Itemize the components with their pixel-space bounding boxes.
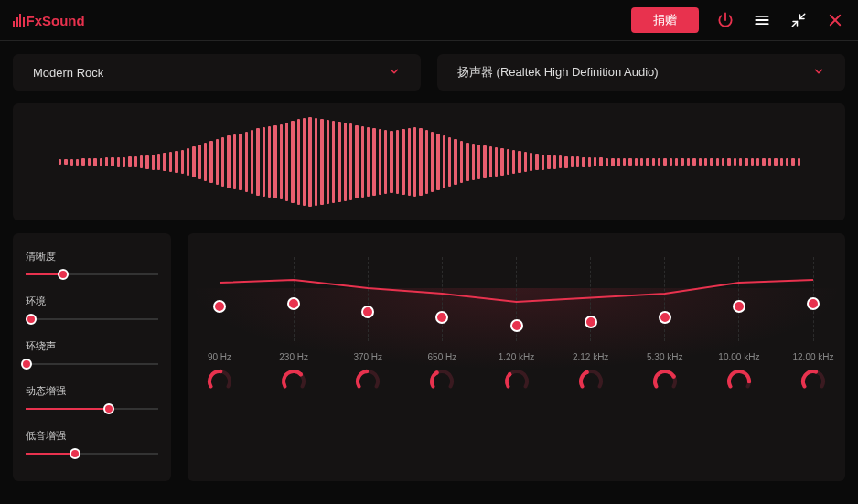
eq-band: 230 Hz: [287, 257, 300, 394]
slider-thumb[interactable]: [70, 448, 80, 459]
slider-thumb[interactable]: [26, 314, 37, 325]
eq-node[interactable]: [585, 316, 597, 328]
slider-group: 环绕声: [26, 339, 158, 370]
output-value: 扬声器 (Realtek High Definition Audio): [457, 64, 659, 80]
chevron-down-icon: [388, 65, 401, 80]
slider-label: 环境: [26, 295, 158, 308]
eq-knob[interactable]: [281, 369, 306, 394]
slider-label: 动态增强: [26, 384, 158, 398]
slider-group: 低音增强: [26, 429, 158, 460]
slider-thumb[interactable]: [103, 403, 114, 414]
eq-knob[interactable]: [355, 369, 381, 394]
preset-value: Modern Rock: [33, 66, 103, 80]
eq-freq-label: 90 Hz: [208, 352, 231, 362]
eq-grid: 90 Hz 230 Hz 370 Hz: [213, 257, 820, 394]
chevron-down-icon: [812, 65, 825, 80]
slider-track[interactable]: [26, 447, 158, 460]
svg-point-11: [671, 374, 675, 378]
eq-node[interactable]: [510, 319, 523, 332]
eq-freq-label: 650 Hz: [428, 352, 457, 362]
slider-track[interactable]: [26, 268, 158, 281]
eq-freq-label: 10.00 kHz: [718, 352, 759, 362]
eq-gridline: [738, 257, 739, 341]
eq-node[interactable]: [287, 297, 300, 310]
eq-freq-label: 12.00 kHz: [792, 352, 833, 362]
app-name: FxSound: [27, 13, 85, 28]
donate-button[interactable]: 捐赠: [631, 7, 699, 33]
eq-knob[interactable]: [726, 369, 752, 394]
slider-track[interactable]: [26, 358, 158, 370]
main-content: Modern Rock 扬声器 (Realtek High Definition…: [0, 41, 858, 494]
eq-band: 650 Hz: [435, 257, 448, 394]
eq-gridline: [664, 257, 665, 341]
output-dropdown[interactable]: 扬声器 (Realtek High Definition Audio): [437, 54, 845, 91]
preset-dropdown[interactable]: Modern Rock: [13, 54, 421, 91]
eq-knob[interactable]: [207, 369, 232, 394]
eq-knob[interactable]: [578, 369, 604, 394]
eq-node[interactable]: [435, 311, 448, 324]
logo-bars-icon: [13, 14, 25, 27]
menu-icon[interactable]: [752, 10, 772, 30]
svg-point-8: [435, 370, 439, 374]
titlebar: FxSound 捐赠: [0, 0, 858, 41]
svg-point-9: [508, 372, 511, 376]
equalizer-panel: 90 Hz 230 Hz 370 Hz: [188, 233, 845, 481]
eq-band: 2.12 kHz: [585, 257, 597, 394]
eq-knob[interactable]: [504, 369, 530, 394]
slider-label: 环绕声: [26, 339, 158, 353]
slider-label: 清晰度: [26, 250, 158, 263]
eq-gridline: [368, 257, 369, 341]
slider-thumb[interactable]: [58, 269, 69, 280]
waveform-panel: [13, 103, 845, 220]
eq-knob[interactable]: [800, 369, 826, 394]
eq-freq-label: 370 Hz: [353, 352, 382, 362]
eq-band: 10.00 kHz: [733, 257, 745, 394]
eq-node[interactable]: [361, 306, 374, 318]
eq-freq-label: 2.12 kHz: [573, 352, 608, 362]
eq-gridline: [442, 257, 443, 341]
slider-group: 环境: [26, 295, 158, 326]
svg-point-13: [814, 370, 818, 373]
minimize-icon[interactable]: [788, 10, 809, 30]
svg-point-6: [299, 372, 303, 376]
power-icon[interactable]: [715, 10, 735, 30]
dropdown-row: Modern Rock 扬声器 (Realtek High Definition…: [13, 54, 845, 91]
eq-freq-label: 230 Hz: [279, 352, 308, 362]
eq-band: 5.30 kHz: [659, 257, 671, 394]
bottom-row: 清晰度 环境 环绕声 动态增强 低音增强: [13, 233, 845, 481]
effects-panel: 清晰度 环境 环绕声 动态增强 低音增强: [13, 233, 171, 481]
svg-point-10: [585, 370, 588, 374]
svg-point-7: [365, 370, 369, 373]
eq-band: 370 Hz: [361, 257, 374, 394]
slider-track[interactable]: [26, 402, 158, 415]
eq-node[interactable]: [213, 300, 226, 313]
eq-band: 1.20 kHz: [510, 257, 523, 394]
eq-band: 90 Hz: [213, 257, 226, 394]
eq-node[interactable]: [733, 300, 745, 313]
slider-track[interactable]: [26, 313, 158, 326]
eq-band: 12.00 kHz: [807, 257, 820, 394]
eq-freq-label: 1.20 kHz: [499, 352, 534, 362]
eq-gridline: [220, 257, 220, 341]
close-icon[interactable]: [825, 10, 845, 30]
slider-group: 清晰度: [26, 250, 158, 281]
eq-knob[interactable]: [429, 369, 455, 394]
eq-node[interactable]: [807, 297, 820, 310]
waveform-visualizer: [59, 116, 799, 208]
eq-node[interactable]: [659, 311, 671, 324]
eq-gridline: [590, 257, 591, 341]
app-logo: FxSound: [13, 13, 85, 28]
svg-point-12: [747, 380, 751, 383]
titlebar-actions: 捐赠: [631, 7, 845, 33]
svg-point-5: [219, 370, 222, 373]
eq-knob[interactable]: [652, 369, 678, 394]
eq-freq-label: 5.30 kHz: [647, 352, 682, 362]
slider-thumb[interactable]: [21, 359, 32, 370]
slider-group: 动态增强: [26, 384, 158, 415]
slider-label: 低音增强: [26, 429, 158, 443]
